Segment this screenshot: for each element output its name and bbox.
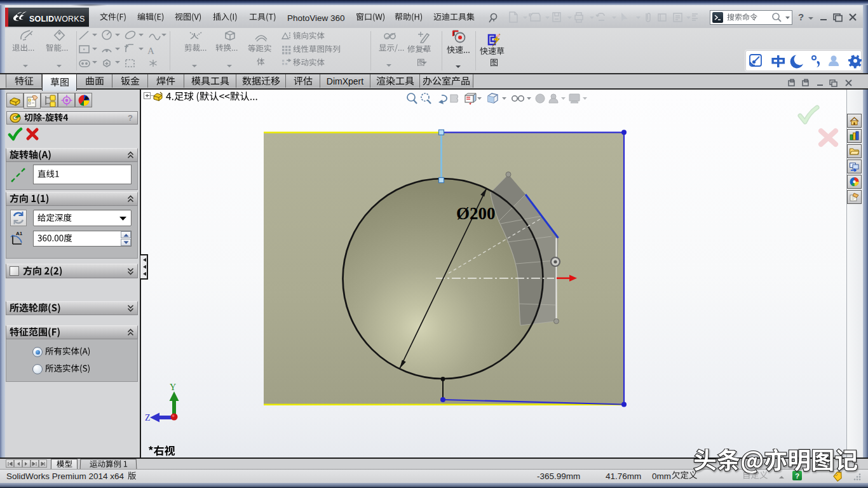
svg-text:A1: A1 (16, 231, 23, 236)
svg-text:A: A (147, 46, 154, 56)
svg-text:Ø200: Ø200 (456, 204, 496, 223)
svg-text:Z: Z (145, 413, 151, 423)
svg-text:Y: Y (170, 383, 176, 392)
svg-text:SOLIDWORKS: SOLIDWORKS (29, 15, 85, 24)
